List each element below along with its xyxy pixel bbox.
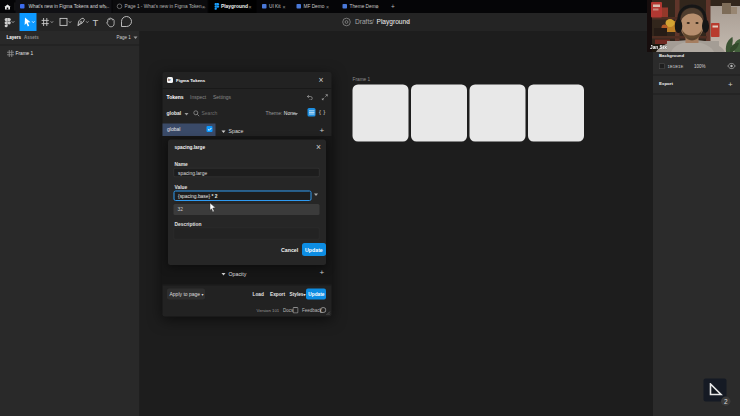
- svg-text:×: ×: [104, 4, 107, 10]
- svg-text:T: T: [93, 17, 99, 28]
- svg-text:MF Demo: MF Demo: [304, 4, 325, 9]
- svg-text:/: /: [372, 18, 374, 25]
- svg-text:Playground: Playground: [377, 18, 411, 26]
- svg-text:×: ×: [376, 4, 379, 10]
- svg-text:Drafts: Drafts: [355, 18, 373, 25]
- svg-text:What's new in Figma Tokens and: What's new in Figma Tokens and wh...: [29, 4, 110, 9]
- svg-text:Jan Six: Jan Six: [650, 45, 667, 50]
- svg-text:+: +: [391, 3, 395, 10]
- svg-text:Page 1 - What's new in Figma T: Page 1 - What's new in Figma Token...: [125, 4, 206, 9]
- svg-text:Theme Demo: Theme Demo: [350, 4, 379, 9]
- svg-text:×: ×: [202, 4, 205, 10]
- svg-text:×: ×: [283, 4, 286, 10]
- svg-text:UI Kit: UI Kit: [269, 4, 281, 9]
- svg-text:×: ×: [326, 4, 329, 10]
- svg-text:×: ×: [249, 4, 252, 10]
- svg-text:Playground: Playground: [221, 4, 248, 9]
